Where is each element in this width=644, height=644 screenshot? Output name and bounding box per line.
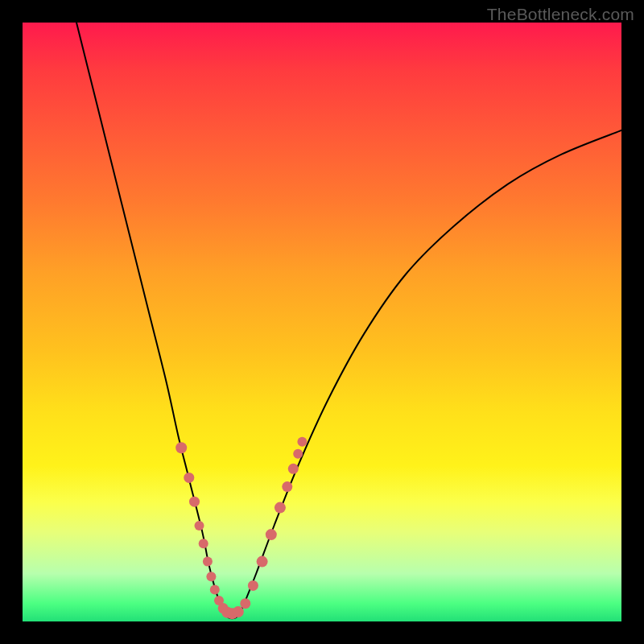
marker-point: [240, 598, 250, 609]
marker-point: [266, 529, 277, 540]
marker-point: [184, 473, 194, 483]
marker-point: [189, 497, 200, 507]
marker-point: [206, 572, 216, 581]
marker-point: [233, 606, 244, 617]
marker-point: [297, 437, 307, 447]
bottleneck-curve: [76, 23, 621, 618]
marker-point: [248, 580, 258, 591]
marker-point: [293, 449, 303, 459]
highlight-markers: [175, 437, 307, 620]
marker-point: [257, 556, 268, 568]
marker-point: [282, 481, 292, 492]
marker-point: [175, 442, 187, 453]
marker-point: [210, 585, 220, 595]
chart-area: [23, 23, 621, 621]
watermark-text: TheBottleneck.com: [487, 5, 634, 24]
marker-point: [275, 502, 286, 514]
bottleneck-plot: [23, 23, 621, 621]
marker-point: [199, 539, 208, 548]
marker-point: [203, 557, 213, 567]
marker-point: [288, 464, 299, 474]
marker-point: [195, 521, 204, 530]
